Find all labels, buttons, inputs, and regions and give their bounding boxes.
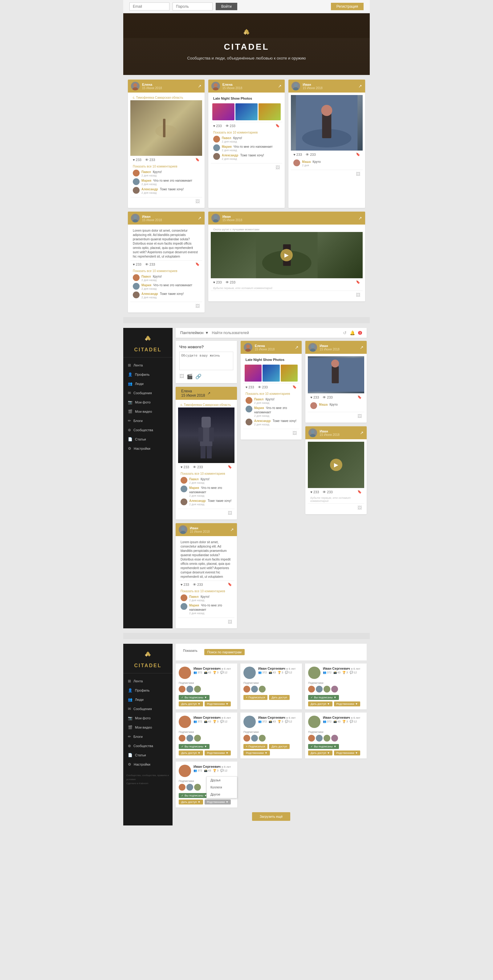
image-attach-icon-2[interactable]: 🖼 <box>276 165 280 170</box>
app-bookmark-elena[interactable]: 🔖 <box>228 465 232 469</box>
share-icon-3[interactable]: ↗ <box>358 84 362 89</box>
refresh-icon[interactable]: ↺ <box>343 330 347 335</box>
load-more-button[interactable]: Загрузить ещё <box>252 812 290 821</box>
access-btn-3[interactable]: Дать доступ ▼ <box>308 702 333 706</box>
share-icon-5[interactable]: ↗ <box>358 216 362 221</box>
sidebar-item-articles[interactable]: 📄 Статьи <box>123 434 173 444</box>
app-img-icon-iv[interactable]: 🖼 <box>357 505 362 510</box>
sidebar-item-people-2[interactable]: 👥 Люди <box>123 695 173 704</box>
subscribe-btn-5[interactable]: + Подписаться <box>243 744 268 749</box>
app-share-ln[interactable]: ↗ <box>295 345 298 350</box>
search-input[interactable] <box>212 331 340 335</box>
sidebar-item-communities[interactable]: ⊛ Сообщества <box>123 425 173 434</box>
app-photo-1[interactable] <box>245 364 262 382</box>
bookmark-4[interactable]: 🔖 <box>195 262 200 266</box>
image-attach-icon-5[interactable]: 🖼 <box>356 293 360 298</box>
app-share-ivan-text[interactable]: ↗ <box>230 527 234 532</box>
share-icon-4[interactable]: ↗ <box>198 216 201 221</box>
subscribed-btn-3[interactable]: ✓ Вы подписаны ▼ <box>308 695 339 700</box>
sidebar-item-people[interactable]: 👥 Люди <box>123 379 173 388</box>
sidebar-item-settings[interactable]: ⚙ Настройки <box>123 444 173 453</box>
sidebar-item-blogs-2[interactable]: ✏ Блоги <box>123 732 173 741</box>
sidebar-item-communities-2[interactable]: ⊛ Сообщества <box>123 741 173 751</box>
sidebar-item-photos[interactable]: 📷 Мои фото <box>123 398 173 407</box>
bell-icon[interactable]: 🔔 <box>350 330 355 335</box>
password-input[interactable] <box>173 2 212 11</box>
sidebar-item-videos[interactable]: 🎬 Мои видео <box>123 407 173 416</box>
access-btn-7[interactable]: Дать доступ ▼ <box>179 800 203 805</box>
dropdown-item-other[interactable]: Другое <box>207 791 237 798</box>
login-button[interactable]: Войти <box>216 3 237 10</box>
search-params-button[interactable]: Поиск по параметрам <box>204 649 245 655</box>
sidebar-item-profile-2[interactable]: 👤 Профиль <box>123 686 173 695</box>
app-photo-3[interactable] <box>281 364 298 382</box>
share-icon-1[interactable]: ↗ <box>198 84 201 89</box>
sidebar-item-feed[interactable]: ⊞ Лента <box>123 361 173 370</box>
photo-2[interactable] <box>235 103 258 120</box>
access-btn-1[interactable]: Дать доступ ▼ <box>179 702 203 706</box>
attach-video-icon[interactable]: 🎬 <box>187 374 193 379</box>
app-comment-input-elena[interactable] <box>181 511 226 515</box>
app-img-icon-ln[interactable]: 🖼 <box>292 431 297 436</box>
app-bookmark-ih[interactable]: 🔖 <box>357 395 362 399</box>
app-comment-input-iv[interactable] <box>310 506 356 509</box>
relatives-btn-3[interactable]: Родственники ▼ <box>334 702 360 706</box>
bookmark-1[interactable]: 🔖 <box>195 158 200 162</box>
comment-input-2[interactable] <box>213 166 274 169</box>
show-all-2[interactable]: Показать все 10 комментариев <box>213 131 280 134</box>
comment-input-1[interactable] <box>133 200 194 203</box>
comment-input-5[interactable] <box>213 293 354 297</box>
sidebar-item-messages-2[interactable]: ✉ Сообщения <box>123 704 173 713</box>
app-img-icon-ivan-text[interactable]: 🖼 <box>228 619 232 624</box>
new-post-textarea[interactable] <box>179 352 233 370</box>
photo-3[interactable] <box>258 103 281 120</box>
app-bookmark-ivan-text[interactable]: 🔖 <box>228 582 232 586</box>
share-icon-2[interactable]: ↗ <box>278 84 282 89</box>
access-btn-4[interactable]: Дать доступ ▼ <box>179 751 203 756</box>
email-input[interactable] <box>129 2 170 11</box>
attach-photo-icon[interactable]: 🖼 <box>179 374 184 379</box>
app-comment-input-ih[interactable] <box>310 415 356 418</box>
bookmark-2[interactable]: 🔖 <box>276 124 280 128</box>
app-play-iv[interactable]: ▶ <box>330 459 342 471</box>
app-show-all-elena[interactable]: Показать все 10 комментариев <box>181 472 232 475</box>
relatives-btn-4[interactable]: Родственники ▼ <box>204 751 231 756</box>
relatives-btn-7[interactable]: Родственники ▼ <box>204 800 231 805</box>
app-img-icon-elena[interactable]: 🖼 <box>228 511 232 515</box>
relatives-btn-5[interactable]: Родственники ▼ <box>243 751 270 756</box>
subscribe-btn-2[interactable]: + Подписаться <box>243 695 268 700</box>
sidebar-item-messages[interactable]: ✉ Сообщения <box>123 388 173 398</box>
comment-input-4[interactable] <box>133 304 194 308</box>
access-btn-6[interactable]: Дать доступ ▼ <box>308 751 333 756</box>
app-photo-2[interactable] <box>263 364 280 382</box>
app-show-all-ln[interactable]: Показать все 10 комментариев <box>246 392 297 395</box>
comment-input-3[interactable] <box>293 172 354 176</box>
dropdown-item-friends[interactable]: Друзья <box>207 777 237 784</box>
relatives-btn-6[interactable]: Родственники ▼ <box>334 751 360 756</box>
access-btn-5[interactable]: Дать доступ <box>269 744 290 749</box>
relatives-btn-1[interactable]: Родственники ▼ <box>204 702 231 706</box>
bookmark-3[interactable]: 🔖 <box>356 153 360 156</box>
app-share-ih[interactable]: ↗ <box>360 345 364 350</box>
sidebar-item-feed-2[interactable]: ⊞ Лента <box>123 676 173 686</box>
show-all-1[interactable]: Показать все 10 комментариев <box>133 165 200 168</box>
play-button-5[interactable]: ▶ <box>281 249 293 261</box>
app-comment-input-ln[interactable] <box>246 431 291 435</box>
app-comment-input-ivan-text[interactable] <box>181 620 226 624</box>
post-image-5[interactable]: ▶ <box>211 232 363 278</box>
footer-link-2[interactable]: Сделано в Kaboom <box>126 782 170 786</box>
sidebar-item-profile[interactable]: 👤 Профиль <box>123 370 173 379</box>
dropdown-item-colleagues[interactable]: Коллеги <box>207 784 237 791</box>
app-share-iv[interactable]: ↗ <box>360 430 364 435</box>
app-post-image-iv[interactable]: ▶ <box>308 442 364 488</box>
subscribed-btn-1[interactable]: ✓ Вы подписаны ▼ <box>179 695 209 700</box>
sidebar-item-blogs[interactable]: ✏ Блоги <box>123 416 173 425</box>
app-bookmark-ln[interactable]: 🔖 <box>292 385 297 389</box>
sidebar-item-videos-2[interactable]: 🎬 Мои видео <box>123 723 173 732</box>
attach-link-icon[interactable]: 🔗 <box>195 374 201 379</box>
image-attach-icon-3[interactable]: 🖼 <box>356 172 360 177</box>
sidebar-item-articles-2[interactable]: 📄 Статьи <box>123 751 173 760</box>
user-dropdown[interactable]: Пантелеймон ▼ <box>180 331 209 335</box>
show-all-4[interactable]: Показать все 10 комментариев <box>133 269 200 273</box>
subscribed-btn-6[interactable]: ✓ Вы подписаны ▼ <box>308 744 339 749</box>
